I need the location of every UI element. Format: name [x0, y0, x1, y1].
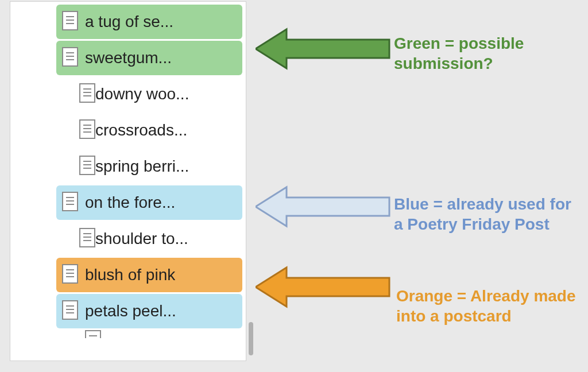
- document-icon: [62, 47, 78, 69]
- list-item[interactable]: downy woo...: [56, 77, 242, 111]
- list-item-label: shoulder to...: [95, 230, 188, 248]
- list-item-label: on the fore...: [78, 193, 175, 212]
- document-list: a tug of se... sweetgum... downy woo... …: [10, 5, 246, 340]
- diagram-stage: a tug of se... sweetgum... downy woo... …: [0, 0, 588, 372]
- legend-green: Green = possible submission?: [394, 33, 578, 73]
- svg-marker-39: [256, 187, 389, 226]
- list-item[interactable]: petals peel...: [56, 294, 242, 328]
- document-icon: [62, 264, 78, 286]
- document-icon: [79, 119, 95, 141]
- document-icon: [79, 228, 95, 250]
- list-item-label: downy woo...: [95, 85, 189, 103]
- legend-blue: Blue = already used for a Poetry Friday …: [394, 194, 583, 234]
- svg-marker-40: [256, 268, 389, 307]
- document-icon: [85, 330, 101, 340]
- legend-orange: Orange = Already made into a postcard: [396, 286, 580, 326]
- list-item[interactable]: on the fore...: [56, 185, 242, 220]
- svg-rect-36: [86, 331, 100, 338]
- document-icon: [62, 300, 78, 322]
- svg-marker-38: [256, 29, 389, 68]
- list-item-label: petals peel...: [78, 302, 176, 320]
- list-item-label: a tug of se...: [78, 13, 173, 31]
- list-item-label: blush of pink: [78, 266, 175, 284]
- document-icon: [62, 11, 78, 33]
- list-item[interactable]: spring berri...: [56, 149, 242, 184]
- document-list-panel: a tug of se... sweetgum... downy woo... …: [10, 2, 246, 361]
- list-item-label: crossroads...: [95, 121, 187, 140]
- list-item-label: spring berri...: [95, 157, 189, 176]
- document-icon: [79, 156, 95, 177]
- list-item-label: sweetgum...: [78, 49, 172, 67]
- list-item[interactable]: shoulder to...: [56, 222, 242, 256]
- arrow-blue-icon: [256, 184, 390, 230]
- list-item[interactable]: a tug of se...: [56, 5, 242, 39]
- arrow-green-icon: [256, 26, 390, 72]
- arrow-orange-icon: [256, 264, 390, 310]
- document-icon: [79, 83, 95, 105]
- scrollbar-thumb[interactable]: [249, 322, 253, 355]
- list-item[interactable]: crossroads...: [56, 113, 242, 148]
- list-item[interactable]: sweetgum...: [56, 41, 242, 75]
- document-icon: [62, 192, 78, 214]
- list-item-peek: [56, 330, 242, 340]
- list-item[interactable]: blush of pink: [56, 258, 242, 292]
